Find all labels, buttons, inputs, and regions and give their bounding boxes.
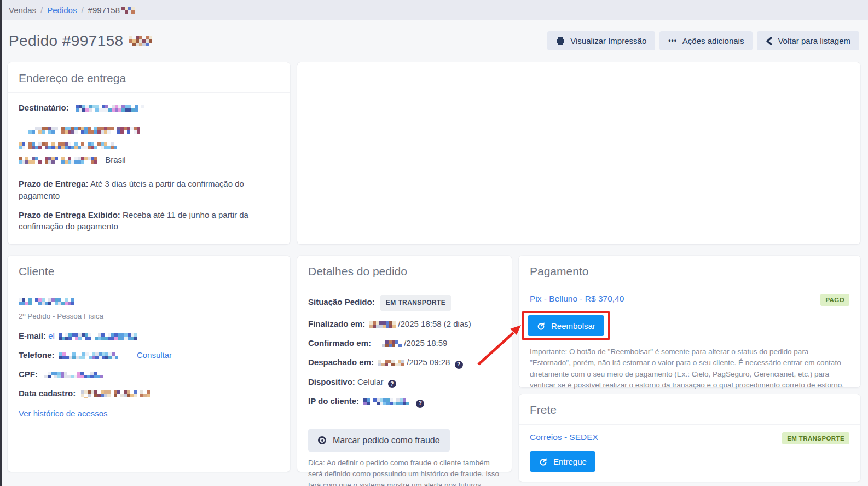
breadcrumb-item-order: #997158 [88,5,136,15]
redacted-text [81,390,152,398]
more-actions-button[interactable]: ••• Ações adicionais [659,31,753,50]
email-row: E-mail: el [19,330,279,342]
address-line [19,124,279,136]
delivery-time-label: Prazo de Entrega: [19,179,89,188]
transport-badge: EM TRANSPORTE [782,432,849,444]
redacted-text [363,398,412,405]
redacted-text [19,142,119,149]
cpf-label: CPF: [19,369,38,379]
help-icon[interactable]: ? [388,380,396,388]
customer-name-link[interactable] [19,295,279,307]
device-value: Celular [357,377,384,386]
delivery-shown-label: Prazo de Entrega Exibido: [19,210,120,219]
chevron-left-icon [766,37,772,45]
access-history-link[interactable]: Ver histórico de acessos [19,409,108,418]
finished-label: Finalizado em: [308,319,365,328]
recipient-row: Destinatário: [19,102,279,114]
status-label: Situação Pedido: [308,297,375,306]
page-title: Pedido #997158 [9,32,153,50]
redacted-text [378,360,407,366]
redacted-text [19,157,100,164]
card-title: Cliente [8,256,290,286]
breadcrumb-item-vendas: Vendas [9,5,36,15]
confirmed-value: /2025 18:59 [404,338,447,348]
paid-badge: PAGO [820,294,849,306]
help-icon[interactable]: ? [455,361,463,369]
finished-row: Finalizado em: /2025 18:58 (2 dias) [308,318,501,330]
redacted-text [59,333,140,340]
breadcrumb-separator: / [40,5,43,15]
printer-icon [556,37,565,45]
address-line: Brasil [19,154,279,166]
divider [308,419,501,419]
customer-card: Cliente 2º Pedido - Pessoa Física E-mail… [8,256,290,472]
redacted-text [59,352,120,359]
print-button[interactable]: Visualizar Impressão [547,31,655,50]
email-link[interactable]: el [48,331,140,340]
redacted-text [28,127,141,134]
access-history-row: Ver histórico de acessos [19,408,279,420]
refund-icon [536,321,546,331]
refund-button[interactable]: Reembolsar [528,315,604,336]
redacted-text [369,321,398,328]
refund-important-note: Importante: O botão de "Reembolsar" é so… [530,346,849,391]
delivery-shown-row: Prazo de Entrega Exibido: Receba até 11 … [19,209,278,233]
redacted-text [44,372,103,378]
phone-row: Telefone: Consultar [19,349,279,361]
card-title: Pagamento [519,256,860,286]
payment-method-link[interactable]: Pix - Belluno - R$ 370,40 [530,294,624,304]
device-row: Dispositivo: Celular ? [308,376,501,389]
annotation-highlight-box: Reembolsar [522,311,610,340]
address-country: Brasil [105,155,126,164]
register-date-label: Data cadastro: [19,389,76,398]
delivery-time-row: Prazo de Entrega: Até 3 dias úteis a par… [19,178,279,202]
ellipsis-icon: ••• [668,37,677,44]
window-left-edge [0,0,2,486]
redacted-text [121,7,136,14]
status-row: Situação Pedido: EM TRANSPORTE [308,295,501,311]
dispatched-label: Despachado em: [308,357,374,367]
register-date-row: Data cadastro: [19,387,279,400]
header-actions: Visualizar Impressão ••• Ações adicionai… [547,31,859,50]
status-badge: EM TRANSPORTE [380,295,451,311]
redacted-text [76,105,146,112]
email-label: E-mail: [19,331,46,340]
redacted-text [19,298,77,305]
customer-order-count: 2º Pedido - Pessoa Física [19,311,279,322]
payment-card: Pagamento Pix - Belluno - R$ 370,40 PAGO [519,256,860,387]
finished-value: /2025 18:58 (2 dias) [398,319,471,328]
consult-phone-link[interactable]: Consultar [137,350,172,360]
help-icon[interactable]: ? [416,400,424,408]
device-label: Dispositivo: [308,377,355,386]
delivered-icon [539,457,548,466]
shipping-card: Frete Correios - SEDEX EM TRANSPORTE Ent… [519,394,860,482]
dispatched-value: /2025 09:28 [407,357,450,367]
shipping-method-link[interactable]: Correios - SEDEX [530,432,598,442]
client-ip-row: IP do cliente: ? [308,395,501,408]
breadcrumb: Vendas / Pedidos / #997158 [0,0,868,20]
card-title: Detalhes do pedido [297,256,512,286]
client-ip-label: IP do cliente: [308,396,359,406]
card-title: Frete [519,394,860,425]
dispatched-row: Despachado em: /2025 09:28 ? [308,356,501,369]
back-to-list-button[interactable]: Voltar para listagem [757,31,859,50]
fraud-dot-icon [318,436,326,444]
redacted-text [375,340,404,347]
cpf-row: CPF: [19,368,279,380]
order-details-card: Detalhes do pedido Situação Pedido: EM T… [297,256,512,472]
phone-label: Telefone: [19,350,55,360]
recipient-label: Destinatário: [19,103,69,112]
order-products-card [297,62,860,244]
card-title: Endereço de entrega [8,62,290,93]
breadcrumb-link-pedidos[interactable]: Pedidos [47,5,77,15]
redacted-text [129,36,153,46]
delivered-button[interactable]: Entregue [530,451,595,472]
shipping-address-card: Endereço de entrega Destinatário: Brasil [8,62,290,244]
confirmed-label: Confirmado em: [308,338,371,348]
confirmed-row: Confirmado em: /2025 18:59 [308,337,501,349]
fraud-hint-text: Dica: Ao definir o pedido como fraude o … [308,458,501,486]
breadcrumb-separator: / [81,5,83,15]
mark-fraud-button[interactable]: Marcar pedido como fraude [308,429,450,452]
address-line [19,139,279,151]
